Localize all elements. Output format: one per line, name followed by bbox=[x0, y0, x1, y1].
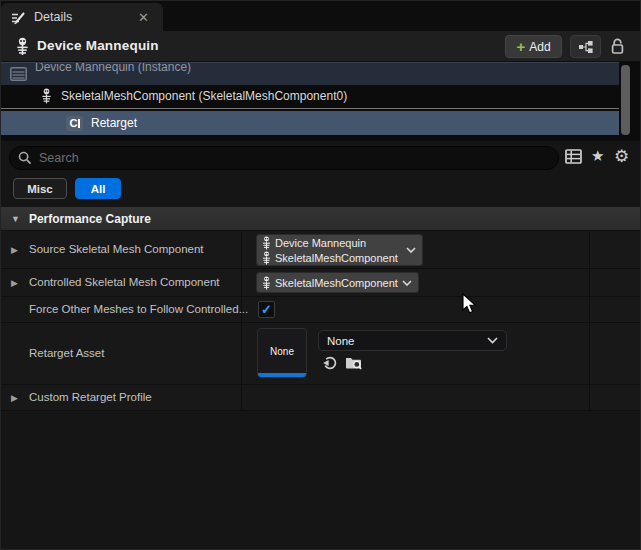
tree-row-retarget-selected[interactable]: C Retarget bbox=[1, 111, 619, 135]
chevron-down-icon bbox=[487, 337, 498, 344]
node-graph-icon bbox=[578, 40, 594, 54]
skeleton-icon bbox=[14, 37, 31, 56]
tree-row-skeletalmesh[interactable]: SkeletalMeshComponent (SkeletalMeshCompo… bbox=[1, 85, 619, 107]
property-label: Custom Retarget Profile bbox=[29, 391, 152, 403]
search-box[interactable] bbox=[9, 146, 559, 170]
tree-row-label: SkeletalMeshComponent (SkeletalMeshCompo… bbox=[61, 89, 347, 103]
panel-header: Device Mannequin + Add bbox=[1, 31, 640, 62]
empty-area bbox=[1, 411, 640, 550]
expand-arrow-icon[interactable]: ▶ bbox=[11, 278, 18, 288]
actor-icon bbox=[10, 67, 27, 81]
tree-row-label: Retarget bbox=[91, 116, 137, 130]
component-tree: Device Mannequin (Instance) SkeletalMesh… bbox=[1, 62, 640, 141]
use-selected-asset-button[interactable] bbox=[321, 354, 339, 372]
section-performance-capture[interactable]: ▼ Performance Capture bbox=[1, 207, 640, 231]
filter-misc-button[interactable]: Misc bbox=[13, 178, 67, 199]
property-row-controlled: ▶ Controlled Skeletal Mesh Component Ske… bbox=[1, 269, 640, 297]
property-label: Source Skeletal Mesh Component bbox=[29, 243, 204, 255]
asset-thumbnail[interactable]: None bbox=[257, 328, 307, 378]
property-row-source: ▶ Source Skeletal Mesh Component Device … bbox=[1, 231, 640, 269]
details-tab-icon bbox=[11, 10, 26, 25]
expand-arrow-icon[interactable]: ▶ bbox=[11, 245, 18, 255]
property-label: Force Other Meshes to Follow Controlled.… bbox=[29, 303, 248, 315]
controlled-component-dropdown[interactable]: SkeletalMeshComponent bbox=[256, 272, 419, 293]
details-panel: Details ✕ Device Mannequin + Add Device … bbox=[0, 0, 641, 550]
chevron-down-icon bbox=[402, 280, 412, 286]
tab-close-icon[interactable]: ✕ bbox=[134, 10, 153, 25]
filter-all-button[interactable]: All bbox=[75, 178, 121, 199]
plus-icon: + bbox=[516, 39, 525, 54]
property-row-retarget-asset: Retarget Asset None None bbox=[1, 323, 640, 385]
browse-to-asset-button[interactable] bbox=[345, 354, 363, 372]
property-label: Retarget Asset bbox=[29, 347, 104, 359]
search-input[interactable] bbox=[39, 151, 550, 165]
property-label: Controlled Skeletal Mesh Component bbox=[29, 276, 220, 288]
section-title: Performance Capture bbox=[29, 212, 151, 226]
skeleton-icon bbox=[261, 236, 272, 250]
add-button[interactable]: + Add bbox=[505, 35, 562, 58]
force-follow-checkbox[interactable]: ✓ bbox=[258, 301, 275, 318]
unlock-icon[interactable] bbox=[609, 37, 626, 55]
panel-title: Device Mannequin bbox=[37, 38, 159, 53]
favorites-star-icon[interactable]: ★ bbox=[591, 147, 604, 165]
settings-gear-icon[interactable]: ⚙ bbox=[614, 146, 629, 167]
property-row-custom-profile: ▶ Custom Retarget Profile bbox=[1, 385, 640, 411]
tree-row-actor[interactable]: Device Mannequin (Instance) bbox=[1, 62, 619, 85]
tree-row-label: Device Mannequin (Instance) bbox=[35, 62, 191, 74]
tab-details[interactable]: Details ✕ bbox=[1, 3, 163, 31]
expand-arrow-icon[interactable]: ▶ bbox=[11, 393, 18, 403]
tree-scrollbar[interactable] bbox=[621, 65, 630, 135]
search-icon bbox=[18, 151, 32, 165]
display-filter-icon[interactable] bbox=[565, 149, 582, 164]
tree-separator bbox=[1, 108, 619, 109]
source-component-dropdown[interactable]: Device Mannequin SkeletalMeshComponent bbox=[256, 234, 423, 266]
tab-label: Details bbox=[34, 10, 134, 24]
property-row-force-follow: Force Other Meshes to Follow Controlled.… bbox=[1, 297, 640, 323]
skeleton-icon bbox=[261, 251, 272, 265]
tab-bar: Details ✕ bbox=[1, 1, 640, 31]
hierarchy-graph-button[interactable] bbox=[570, 35, 601, 58]
collapse-arrow-icon: ▼ bbox=[11, 214, 20, 224]
chevron-down-icon bbox=[406, 247, 416, 253]
search-zone: ★ ⚙ Misc All bbox=[1, 141, 640, 207]
skeleton-icon bbox=[261, 276, 272, 290]
property-grid: ▶ Source Skeletal Mesh Component Device … bbox=[1, 231, 640, 411]
check-icon: ✓ bbox=[261, 302, 272, 317]
retarget-asset-combo[interactable]: None bbox=[318, 330, 507, 351]
component-badge-icon: C bbox=[66, 116, 83, 131]
skeleton-icon bbox=[40, 88, 53, 104]
